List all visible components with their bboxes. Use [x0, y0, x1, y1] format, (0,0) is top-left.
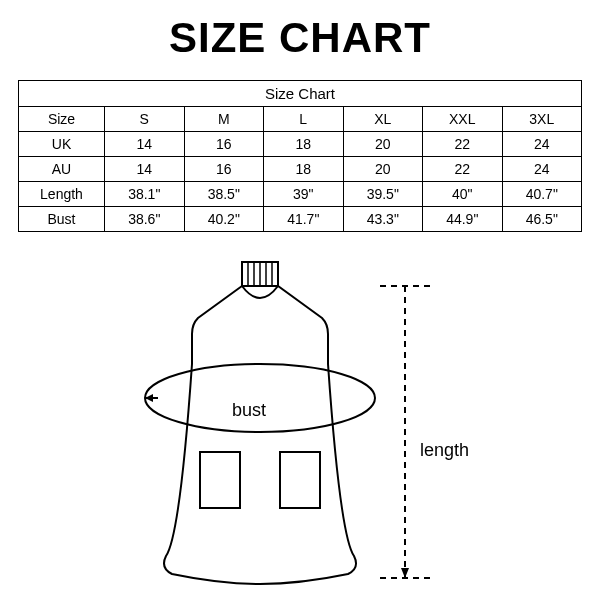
cell: 24	[502, 132, 582, 157]
table-row: UK 14 16 18 20 22 24	[19, 132, 582, 157]
cell: 14	[105, 132, 185, 157]
cell: 38.1"	[105, 182, 185, 207]
arrowhead-icon	[401, 568, 409, 578]
row-label-length: Length	[19, 182, 105, 207]
table-row: Bust 38.6" 40.2" 41.7" 43.3" 44.9" 46.5"	[19, 207, 582, 232]
cell: XXL	[423, 107, 503, 132]
row-label-au: AU	[19, 157, 105, 182]
length-label: length	[420, 440, 469, 460]
row-label-size: Size	[19, 107, 105, 132]
bust-label: bust	[232, 400, 266, 420]
cell: S	[105, 107, 185, 132]
cell: 14	[105, 157, 185, 182]
table-header-row: Size Chart	[19, 81, 582, 107]
cell: 20	[343, 132, 423, 157]
size-chart-page: SIZE CHART Size Chart Size S M L XL XXL …	[0, 0, 600, 600]
cell: 20	[343, 157, 423, 182]
cell: 3XL	[502, 107, 582, 132]
table-row: AU 14 16 18 20 22 24	[19, 157, 582, 182]
cell: 40.2"	[184, 207, 264, 232]
row-label-uk: UK	[19, 132, 105, 157]
cell: 39"	[264, 182, 344, 207]
cell: 39.5"	[343, 182, 423, 207]
table-header: Size Chart	[19, 81, 582, 107]
dress-diagram-svg: bust length	[90, 256, 510, 586]
row-label-bust: Bust	[19, 207, 105, 232]
cell: 22	[423, 132, 503, 157]
cell: 24	[502, 157, 582, 182]
page-title: SIZE CHART	[18, 14, 582, 62]
cell: 22	[423, 157, 503, 182]
cell: 41.7"	[264, 207, 344, 232]
cell: 16	[184, 132, 264, 157]
cell: 44.9"	[423, 207, 503, 232]
dress-outline-icon	[164, 286, 356, 584]
cell: 46.5"	[502, 207, 582, 232]
table-row: Length 38.1" 38.5" 39" 39.5" 40" 40.7"	[19, 182, 582, 207]
cell: 18	[264, 132, 344, 157]
cell: M	[184, 107, 264, 132]
cell: L	[264, 107, 344, 132]
cell: 38.6"	[105, 207, 185, 232]
cell: 43.3"	[343, 207, 423, 232]
neckline-icon	[242, 286, 278, 298]
size-chart-table: Size Chart Size S M L XL XXL 3XL UK 14 1…	[18, 80, 582, 232]
pocket-right-icon	[280, 452, 320, 508]
cell: 40"	[423, 182, 503, 207]
cell: 38.5"	[184, 182, 264, 207]
cell: 40.7"	[502, 182, 582, 207]
cell: 16	[184, 157, 264, 182]
collar-icon	[242, 262, 278, 286]
pocket-left-icon	[200, 452, 240, 508]
cell: 18	[264, 157, 344, 182]
cell: XL	[343, 107, 423, 132]
bust-ellipse-icon	[145, 364, 375, 432]
table-row: Size S M L XL XXL 3XL	[19, 107, 582, 132]
dress-diagram: bust length	[18, 256, 582, 586]
